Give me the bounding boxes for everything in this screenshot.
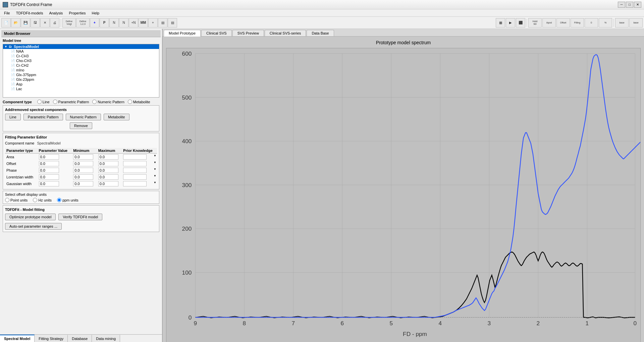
tab-svs-preview[interactable]: SVS Preview	[232, 30, 264, 36]
lorentzian-max-input[interactable]	[98, 174, 118, 180]
toolbar-right-3[interactable]: ⬛	[516, 18, 525, 27]
gaussian-max-input[interactable]	[98, 181, 118, 186]
gaussian-min-input[interactable]	[73, 181, 93, 186]
offset-prior-select[interactable]	[123, 161, 147, 166]
tree-item-choch3[interactable]: 📄 Cho-CH3	[3, 58, 159, 63]
area-value-input[interactable]	[39, 154, 59, 160]
radio-hz-units[interactable]	[33, 198, 37, 202]
phase-value-input[interactable]	[39, 168, 59, 173]
tree-item-glx23[interactable]: 📄 Glx-23ppm	[3, 77, 159, 82]
toolbar-base-1[interactable]: base	[615, 18, 629, 27]
toolbar-n-button-1[interactable]: N	[109, 18, 119, 27]
menu-tdfdfit-models[interactable]: TDFDFit-models	[13, 10, 46, 16]
menu-help[interactable]: Help	[89, 10, 102, 16]
toolbar-action2[interactable]: ▤	[158, 18, 167, 27]
toolbar-mm[interactable]: MM	[139, 18, 148, 27]
toolbar-right-1[interactable]: ▦	[496, 18, 505, 27]
close-button[interactable]: ✕	[634, 2, 641, 8]
verify-tdfdfit-button[interactable]: Verify TDFDFit model	[58, 214, 102, 220]
offset-value-input[interactable]	[39, 161, 59, 166]
toolbar-saveas[interactable]: 🖫	[31, 18, 40, 27]
toolbar-print[interactable]: 🖨	[50, 18, 59, 27]
toolbar-new[interactable]: 📄	[1, 18, 11, 27]
offset-ppm-units[interactable]: ppm units	[57, 198, 78, 202]
toolbar-filling[interactable]: Filling	[571, 18, 584, 27]
offset-point-units[interactable]: Point units	[5, 198, 28, 202]
toolbar-base-2[interactable]: base	[629, 18, 643, 27]
menu-analysis[interactable]: Analysis	[46, 10, 65, 16]
add-numeric-button[interactable]: Numeric Pattern	[66, 114, 101, 120]
tree-item-asp[interactable]: 📄 Asp	[3, 82, 159, 87]
chart-container[interactable]: 600 500 400 300 200 100 0 9 8 7 6 5 4 3 …	[166, 48, 641, 342]
toolbar-n-button-2[interactable]: N	[119, 18, 128, 27]
tree-item-naa[interactable]: 📄 NAA	[3, 49, 159, 54]
toolbar-open[interactable]: 📂	[11, 18, 20, 27]
menu-properties[interactable]: Properties	[66, 10, 88, 16]
optimize-prototype-button[interactable]: Optimize prototype model	[5, 214, 56, 220]
component-type-metabolite[interactable]: Metabolite	[128, 100, 150, 104]
toolbar-p-button[interactable]: P	[100, 18, 109, 27]
remove-button[interactable]: Remove	[70, 122, 92, 129]
component-type-param[interactable]: Parametric Pattern	[53, 100, 89, 104]
tab-data-mining[interactable]: Data mining	[92, 335, 120, 342]
gaussian-prior-select[interactable]	[123, 181, 147, 186]
offset-min-input[interactable]	[73, 161, 93, 166]
toolbar-plus-action[interactable]: +	[148, 18, 158, 27]
toolbar-delete[interactable]: ✕	[40, 18, 50, 27]
area-prior-select[interactable]	[123, 154, 147, 160]
tree-root[interactable]: ▼ 🗂 SpectralModel	[3, 44, 159, 49]
toolbar-offset2[interactable]: Offset	[556, 18, 570, 27]
toolbar-right-2[interactable]: ▶	[506, 18, 515, 27]
toolbar-hold[interactable]: HoldSD	[528, 18, 542, 27]
radio-numeric[interactable]	[92, 100, 97, 104]
lorentzian-value-input[interactable]	[39, 174, 59, 180]
radio-metabolite[interactable]	[128, 100, 132, 104]
toolbar-add-plus[interactable]: +	[90, 18, 99, 27]
tree-item-mino[interactable]: 📄 mIno	[3, 68, 159, 72]
tab-model-prototype[interactable]: Model Prototype	[164, 30, 201, 37]
toolbar-define-voigt[interactable]: DefineVoigt	[62, 18, 76, 27]
toolbar-n-button-3[interactable]: +N	[129, 18, 138, 27]
phase-min-input[interactable]	[73, 168, 93, 173]
tab-fitting-strategy[interactable]: Fitting Strategy	[35, 335, 68, 342]
toolbar-apod[interactable]: Apod	[542, 18, 556, 27]
add-metabolite-button[interactable]: Metabolite	[104, 114, 129, 120]
tab-clinical-svs-series[interactable]: Clinical SVS-series	[265, 30, 306, 36]
menu-file[interactable]: File	[1, 10, 13, 16]
tab-data-base[interactable]: Data Base	[307, 30, 334, 36]
model-tree-container[interactable]: ▼ 🗂 SpectralModel 📄 NAA 📄 Cr-CH3 📄	[3, 44, 159, 98]
gaussian-value-input[interactable]	[39, 181, 59, 186]
auto-set-ranges-button[interactable]: Auto-set parameter ranges ...	[5, 223, 62, 230]
tab-database[interactable]: Database	[68, 335, 92, 342]
toolbar-percent[interactable]: %	[599, 18, 612, 27]
phase-prior-select[interactable]	[123, 168, 147, 173]
radio-line-label: Line	[43, 100, 50, 104]
toolbar-define-123[interactable]: Define1,2,3	[76, 18, 90, 27]
toolbar-save[interactable]: 💾	[21, 18, 30, 27]
radio-parametric[interactable]	[53, 100, 57, 104]
tree-item-glx375[interactable]: 📄 Glx-375ppm	[3, 72, 159, 77]
radio-point-units[interactable]	[5, 198, 9, 202]
component-type-numeric[interactable]: Numeric Pattern	[92, 100, 124, 104]
add-parametric-button[interactable]: Parametric Pattern	[23, 114, 63, 120]
radio-line[interactable]	[37, 100, 42, 104]
lorentzian-prior-select[interactable]	[123, 174, 147, 180]
add-line-button[interactable]: Line	[5, 114, 21, 120]
tree-item-crch3[interactable]: 📄 Cr-CH3	[3, 54, 159, 58]
phase-max-input[interactable]	[98, 168, 118, 173]
offset-hz-units[interactable]: Hz units	[33, 198, 52, 202]
component-type-line[interactable]: Line	[37, 100, 50, 104]
offset-max-input[interactable]	[98, 161, 118, 166]
toolbar-action3[interactable]: ▤	[168, 18, 177, 27]
area-max-input[interactable]	[98, 154, 118, 160]
minimize-button[interactable]: ─	[618, 2, 625, 8]
tree-item-crch2[interactable]: 📄 Cr-CH2	[3, 63, 159, 68]
restore-button[interactable]: □	[626, 2, 633, 8]
tab-clinical-svs[interactable]: Clinical SVS	[201, 30, 232, 36]
tree-item-lac[interactable]: 📄 Lac	[3, 87, 159, 91]
toolbar-0[interactable]: 0	[585, 18, 598, 27]
tab-spectral-model[interactable]: Spectral Model	[0, 335, 35, 342]
radio-ppm-units[interactable]	[57, 198, 61, 202]
lorentzian-min-input[interactable]	[73, 174, 93, 180]
area-min-input[interactable]	[73, 154, 93, 160]
